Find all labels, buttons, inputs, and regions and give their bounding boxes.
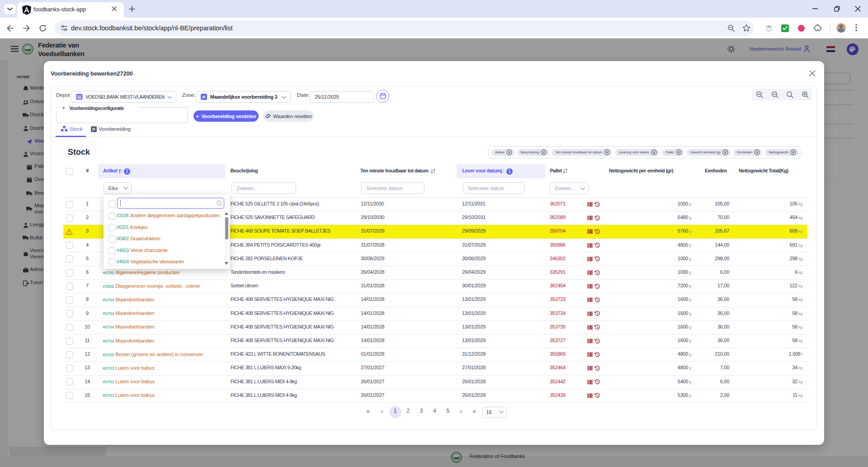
svg-text:P: P <box>93 127 95 132</box>
svg-text:P: P <box>203 95 206 100</box>
